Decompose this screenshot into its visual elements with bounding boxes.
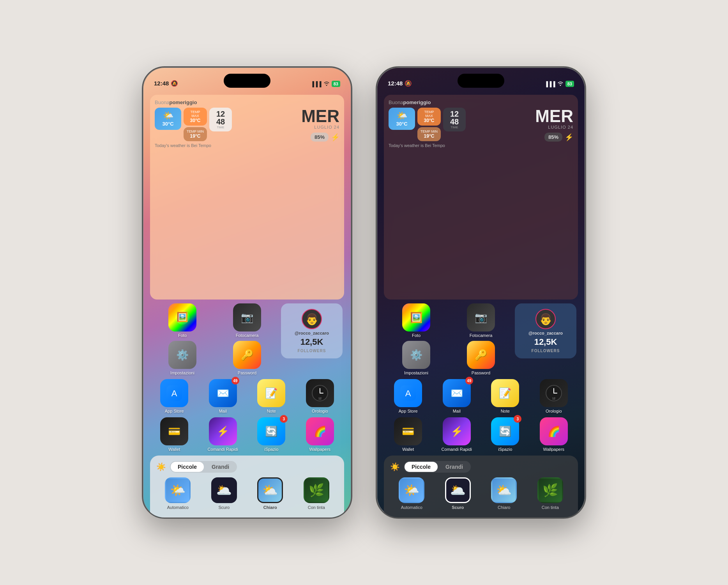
ispazio-badge-dark: 3 bbox=[514, 415, 521, 423]
app-icon-camera-light: 📷 bbox=[233, 303, 261, 332]
app-mail-light[interactable]: ✉️ 49 Mail bbox=[200, 379, 246, 413]
app-wallet-dark[interactable]: 💳 Wallet bbox=[385, 417, 431, 452]
battery-badge-dark: 83 bbox=[565, 81, 574, 87]
status-right-light: ▐▐▐ 83 bbox=[311, 81, 340, 87]
app-icon-appstore-dark: A bbox=[394, 379, 422, 407]
svg-text:12: 12 bbox=[552, 397, 555, 400]
app-camera-light[interactable]: 📷 Fotocamera bbox=[216, 303, 278, 338]
weather-opt-light-light[interactable]: ⛅ Chiaro bbox=[249, 477, 292, 510]
weather-note-light: Today's weather is Bei Tempo bbox=[155, 143, 339, 148]
weather-mini-dark: 🌤️ 30°C bbox=[389, 108, 415, 130]
app-label-settings-dark: Impostazioni bbox=[404, 370, 428, 375]
app-label-passwords-dark: Password bbox=[472, 370, 490, 375]
app-icon-settings-dark: ⚙️ bbox=[402, 341, 430, 369]
app-label-camera-dark: Fotocamera bbox=[470, 333, 493, 338]
bottom-sheet-dark: ☀️ Piccole Grandi 🌤️ Automatico bbox=[384, 456, 578, 518]
weather-opt-tint-dark[interactable]: 🌿 Con tinta bbox=[529, 477, 572, 510]
ig-handle-dark: @rocco_zaccaro bbox=[528, 331, 563, 335]
app-shortcuts-dark[interactable]: ⚡ Comandi Rapidi bbox=[434, 417, 480, 452]
seg-piccole-dark[interactable]: Piccole bbox=[405, 462, 438, 472]
app-notes-dark[interactable]: 📝 Note bbox=[482, 379, 528, 413]
weather-opt-auto-dark[interactable]: 🌤️ Automatico bbox=[390, 477, 433, 510]
left-apps-light: 🖼️ Foto 📷 Fotocamera ⚙️ bbox=[152, 303, 278, 375]
weather-opt-label-dark-light: Scuro bbox=[218, 505, 230, 510]
phone-light: 12:48 🔕 ▐▐▐ 83 Buonapomeriggio 🌤️ 30 bbox=[142, 66, 352, 519]
app-foto-light[interactable]: 🖼️ Foto bbox=[152, 303, 213, 338]
seg-grandi-dark[interactable]: Grandi bbox=[438, 462, 470, 472]
app-label-ispazio-light: iSpazio bbox=[264, 447, 278, 452]
segmented-dark[interactable]: Piccole Grandi bbox=[404, 461, 471, 473]
app-label-foto-light: Foto bbox=[178, 333, 187, 338]
app-label-ispazio-dark: iSpazio bbox=[498, 447, 512, 452]
app-icon-mail-light: ✉️ 49 bbox=[209, 379, 237, 407]
seg-piccole-light[interactable]: Piccole bbox=[171, 462, 204, 472]
weather-opt-label-tint-light: Con tinta bbox=[308, 505, 325, 510]
app-passwords-light[interactable]: 🔑 Password bbox=[216, 341, 278, 375]
app-icon-passwords-light: 🔑 bbox=[233, 341, 261, 369]
left-apps-dark: 🖼️ Foto 📷 Fotocamera ⚙️ I bbox=[385, 303, 512, 375]
sheet-row1-light: ☀️ Piccole Grandi bbox=[156, 461, 338, 473]
svg-text:🖼️: 🖼️ bbox=[177, 311, 188, 323]
app-label-clock-dark: Orologio bbox=[546, 409, 562, 413]
dynamic-island-dark bbox=[458, 74, 504, 88]
signal-icon-dark: ▐▐▐ bbox=[544, 81, 555, 87]
sun-emoji-dark: 🌤️ bbox=[392, 111, 412, 121]
pomeriggio-light: pomeriggio bbox=[170, 99, 197, 105]
app-wallpapers-light[interactable]: 🌈 Wallpapers bbox=[297, 417, 343, 452]
app-icon-wallet-dark: 💳 bbox=[394, 417, 422, 445]
app-label-wallpapers-dark: Wallpapers bbox=[543, 447, 564, 452]
app-appstore-dark[interactable]: A App Store bbox=[385, 379, 431, 413]
widget-greeting-light: Buonapomeriggio bbox=[155, 99, 339, 105]
app-icon-ispazio-dark: 🔄 3 bbox=[491, 417, 519, 445]
app-settings-light[interactable]: ⚙️ Impostazioni bbox=[152, 341, 213, 375]
app-ispazio-light[interactable]: 🔄 3 iSpazio bbox=[249, 417, 294, 452]
phones-container: 12:48 🔕 ▐▐▐ 83 Buonapomeriggio 🌤️ 30 bbox=[142, 66, 586, 519]
temp-max-dark: TEMP MAX 30°C bbox=[417, 108, 441, 126]
app-wallet-light[interactable]: 💳 Wallet bbox=[152, 417, 197, 452]
weather-opt-icon-tint-light: 🌿 bbox=[304, 477, 329, 503]
svg-text:A: A bbox=[171, 388, 177, 398]
weather-opt-label-auto-light: Automatico bbox=[167, 505, 189, 510]
app-appstore-light[interactable]: A App Store bbox=[152, 379, 197, 413]
app-settings-dark[interactable]: ⚙️ Impostazioni bbox=[385, 341, 447, 375]
ig-widget-dark: 👨 @rocco_zaccaro 12,5K FOLLOWERS bbox=[515, 303, 576, 358]
weather-opt-tint-light[interactable]: 🌿 Con tinta bbox=[295, 477, 338, 510]
widget-greeting-dark: Buonapomeriggio bbox=[389, 99, 573, 105]
weather-opt-dark2[interactable]: 🌥️ Scuro bbox=[436, 477, 480, 510]
app-mail-dark[interactable]: ✉️ 49 Mail bbox=[434, 379, 480, 413]
time-widget-light: 12 48 TIME bbox=[209, 108, 232, 131]
app-camera-dark[interactable]: 📷 Fotocamera bbox=[450, 303, 512, 338]
app-row2-dark: A App Store ✉️ 49 Mail 📝 Note bbox=[384, 379, 578, 413]
app-clock-dark[interactable]: 12 Orologio bbox=[531, 379, 577, 413]
app-label-wallet-dark: Wallet bbox=[402, 447, 414, 452]
weather-options-dark: 🌤️ Automatico 🌥️ Scuro ⛅ bbox=[390, 477, 572, 510]
seg-grandi-light[interactable]: Grandi bbox=[205, 462, 236, 472]
app-wallpapers-dark[interactable]: 🌈 Wallpapers bbox=[531, 417, 577, 452]
app-passwords-dark[interactable]: 🔑 Password bbox=[450, 341, 512, 375]
weather-opt-light-dark[interactable]: ⛅ Chiaro bbox=[482, 477, 526, 510]
app-foto-dark[interactable]: 🖼️ Foto bbox=[385, 303, 447, 338]
widget-inner-light: 🌤️ 30°C TEMP MAX 30°C TEMP MIN 19°C bbox=[155, 108, 339, 142]
weather-opt-auto-light[interactable]: 🌤️ Automatico bbox=[156, 477, 200, 510]
app-notes-light[interactable]: 📝 Note bbox=[249, 379, 294, 413]
app-shortcuts-light[interactable]: ⚡ Comandi Rapidi bbox=[200, 417, 246, 452]
ig-handle-light: @rocco_zaccaro bbox=[295, 331, 329, 335]
app-clock-light[interactable]: 12 Orologio bbox=[297, 379, 343, 413]
temp-min-light: TEMP MIN 19°C bbox=[184, 127, 207, 141]
app-icon-foto-light: 🖼️ bbox=[168, 303, 196, 332]
app-row3-dark: 💳 Wallet ⚡ Comandi Rapidi 🔄 3 iSpazio bbox=[384, 417, 578, 452]
app-ispazio-dark[interactable]: 🔄 3 iSpazio bbox=[482, 417, 528, 452]
weather-note-dark: Today's weather is Bei Tempo bbox=[389, 143, 573, 148]
buona-light: Buona bbox=[155, 99, 170, 105]
app-label-clock-light: Orologio bbox=[312, 409, 328, 413]
temp-minmax-col-light: TEMP MAX 30°C TEMP MIN 19°C bbox=[184, 108, 207, 141]
weather-temp-dark: 30°C bbox=[392, 121, 412, 127]
app-icon-notes-dark: 📝 bbox=[491, 379, 519, 407]
app-row3-light: 💳 Wallet ⚡ Comandi Rapidi 🔄 3 iSpazio bbox=[150, 417, 344, 452]
weather-options-light: 🌤️ Automatico 🌥️ Scuro ⛅ bbox=[156, 477, 338, 510]
app-icon-shortcuts-light: ⚡ bbox=[209, 417, 237, 445]
segmented-light[interactable]: Piccole Grandi bbox=[170, 461, 237, 473]
app-label-wallpapers-light: Wallpapers bbox=[309, 447, 330, 452]
weather-opt-dark-light[interactable]: 🌥️ Scuro bbox=[203, 477, 246, 510]
sun-icon-dark: ☀️ bbox=[390, 462, 400, 472]
